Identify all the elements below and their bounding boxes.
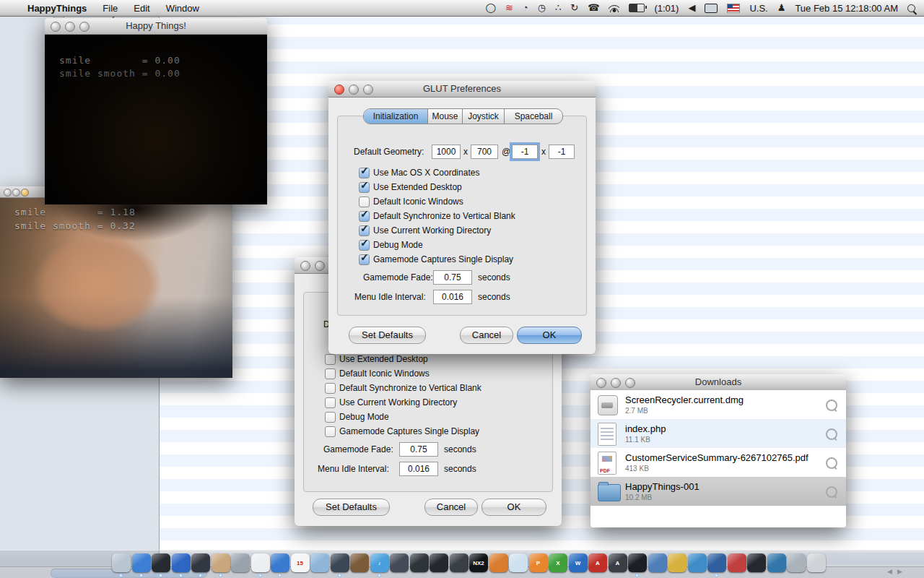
dock-icon[interactable]: X (549, 553, 567, 572)
tab-joystick[interactable]: Joystick (463, 109, 505, 124)
globe-icon[interactable]: ◔ (523, 0, 528, 16)
ok-button[interactable]: OK (481, 499, 546, 516)
tab-initialization[interactable]: Initialization (364, 109, 428, 124)
fade-field[interactable]: 0.75 (433, 270, 472, 285)
reveal-magnifier-icon[interactable] (826, 400, 837, 411)
tab-spaceball[interactable]: Spaceball (505, 109, 562, 124)
reveal-magnifier-icon[interactable] (826, 428, 837, 440)
close-button[interactable] (4, 189, 12, 197)
sync-icon[interactable]: ↻ (570, 0, 578, 16)
reveal-magnifier-icon[interactable] (826, 457, 837, 469)
dock-icon[interactable] (251, 553, 270, 572)
dock-icon[interactable] (668, 553, 687, 572)
dock-icon[interactable] (767, 553, 786, 572)
menu-edit[interactable]: Edit (134, 3, 149, 14)
user-icon[interactable]: ♟ (777, 0, 786, 16)
dock-icon[interactable] (410, 553, 429, 572)
dots-icon[interactable]: ∴ (555, 0, 561, 16)
geometry-x-field[interactable]: -1 (512, 144, 538, 159)
dock-icon[interactable]: A (588, 553, 607, 572)
idle-field[interactable]: 0.016 (399, 462, 438, 476)
dock-icon[interactable]: P (529, 553, 548, 572)
file-icon (598, 423, 618, 444)
ok-button[interactable]: OK (517, 327, 582, 344)
timer-icon[interactable]: ◷ (538, 0, 546, 16)
dock-icon[interactable]: 15 (291, 553, 310, 572)
dock-icon[interactable] (112, 553, 131, 572)
fade-field[interactable]: 0.75 (399, 442, 438, 457)
set-defaults-button[interactable]: Set Defaults (313, 499, 390, 516)
dock-icon[interactable] (152, 553, 170, 572)
dock-icon[interactable] (430, 553, 448, 572)
input-flag-icon[interactable] (727, 4, 740, 13)
downloads-titlebar[interactable]: Downloads (590, 374, 846, 391)
dock-icon[interactable] (648, 553, 667, 572)
dock-icon[interactable]: ♪ (370, 553, 389, 572)
download-row[interactable]: ScreenRecycler.current.dmg 2.7 MB (590, 390, 846, 419)
dock-icon[interactable] (350, 553, 369, 572)
red-menu-icon[interactable]: ≋ (505, 0, 513, 16)
close-button[interactable] (300, 261, 310, 271)
dock-icon[interactable] (390, 553, 409, 572)
close-button[interactable] (596, 378, 606, 388)
minimize-button[interactable] (315, 261, 325, 271)
app-menu[interactable]: HappyThings (27, 3, 87, 14)
dock-icon[interactable] (231, 553, 250, 572)
zoom-button[interactable] (21, 189, 29, 197)
dock-icon[interactable] (807, 553, 826, 572)
zoom-button[interactable] (625, 378, 635, 388)
dock-icon[interactable] (707, 553, 726, 572)
minimize-button[interactable] (12, 189, 20, 197)
dock-icon[interactable] (191, 553, 210, 572)
dock-icon[interactable] (132, 553, 151, 572)
dock-icon[interactable] (331, 553, 349, 572)
download-row-selected[interactable]: HappyThings-001 10.2 MB (590, 477, 846, 506)
close-button[interactable] (51, 22, 61, 32)
dock-icon[interactable]: NX2 (469, 553, 488, 572)
dock-icon[interactable] (688, 553, 707, 572)
phone-icon[interactable]: ☎ (588, 0, 599, 16)
cancel-button[interactable]: Cancel (460, 327, 513, 344)
zoom-button[interactable] (79, 22, 90, 32)
wifi-icon[interactable] (609, 4, 619, 12)
spotlight-icon[interactable] (907, 4, 915, 12)
close-button[interactable] (334, 85, 344, 95)
webcam-titlebar[interactable]: Happy Things! (45, 18, 267, 35)
menu-window[interactable]: Window (166, 3, 199, 14)
dock-icon[interactable] (450, 553, 468, 572)
reveal-magnifier-icon[interactable] (826, 486, 837, 498)
battery-icon[interactable] (629, 4, 645, 12)
dialog-titlebar[interactable]: GLUT Preferences (328, 81, 596, 98)
geometry-width-field[interactable]: 1000 (432, 144, 461, 159)
volume-icon[interactable]: ◀ (688, 0, 695, 16)
dock-icon[interactable] (489, 553, 508, 572)
download-row[interactable]: PDF CustomerServiceSummary-6267102765.pd… (590, 448, 846, 477)
geometry-height-field[interactable]: 700 (471, 144, 498, 159)
dock-icon[interactable] (172, 553, 191, 572)
zoom-button[interactable] (363, 85, 373, 95)
displays-icon[interactable] (705, 4, 718, 13)
dock-icon[interactable] (628, 553, 647, 572)
dock-icon[interactable] (310, 553, 329, 572)
dock-icon[interactable] (212, 553, 230, 572)
idle-field[interactable]: 0.016 (433, 290, 472, 304)
set-defaults-button[interactable]: Set Defaults (349, 327, 426, 344)
dock-icon[interactable] (747, 553, 766, 572)
dock-icon[interactable]: W (569, 553, 588, 572)
dock-icon[interactable] (728, 553, 746, 572)
cancel-button[interactable]: Cancel (424, 499, 478, 516)
dock-icon[interactable]: A (609, 553, 627, 572)
download-row[interactable]: index.php 11.1 KB (590, 419, 846, 448)
opera-icon[interactable]: ◯ (485, 0, 496, 16)
minimize-button[interactable] (611, 378, 621, 388)
fade-unit: seconds (444, 444, 476, 454)
dock-icon[interactable] (509, 553, 528, 572)
menu-file[interactable]: File (103, 3, 118, 14)
menu-bar-clock[interactable]: Tue Feb 15 12:18:00 AM (795, 3, 898, 14)
minimize-button[interactable] (349, 85, 359, 95)
dock-icon[interactable] (787, 553, 806, 572)
tab-mouse[interactable]: Mouse (428, 109, 463, 124)
minimize-button[interactable] (65, 22, 75, 32)
dock-icon[interactable] (271, 553, 289, 572)
geometry-y-field[interactable]: -1 (549, 144, 575, 159)
